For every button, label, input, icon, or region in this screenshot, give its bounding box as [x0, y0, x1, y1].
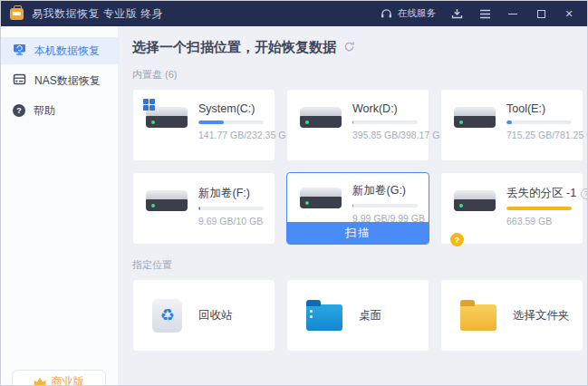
sidebar-item-label: 帮助: [34, 103, 55, 119]
titlebar: 易我数据恢复 专业版 终身 在线服务 ✕: [1, 1, 587, 26]
usage-bar: [352, 204, 418, 207]
usage-bar: [352, 121, 418, 124]
page-title: 选择一个扫描位置，开始恢复数据: [132, 39, 336, 56]
drive-name: 新加卷(G:): [352, 183, 406, 198]
hard-drive-icon: [454, 190, 496, 211]
update-download-icon[interactable]: [449, 6, 464, 21]
hard-drive-icon: [454, 107, 496, 128]
drive-grid: System(C:) 141.77 GB/232.35 GB Work(D:) …: [132, 89, 583, 245]
internal-disks-label: 内置盘 (6): [132, 68, 587, 82]
nas-server-icon: [13, 73, 26, 88]
drive-size: 9.69 GB/10 GB: [198, 216, 264, 227]
maximize-button[interactable]: [534, 6, 548, 21]
drive-size: 395.85 GB/398.17 GB: [352, 130, 418, 140]
main-content: 选择一个扫描位置，开始恢复数据 内置盘 (6) System(C:) 141.7…: [119, 26, 587, 386]
drive-size: 663.59 GB: [506, 216, 572, 227]
sidebar-item-local-recovery[interactable]: 本机数据恢复: [1, 37, 118, 64]
crown-icon: [34, 378, 46, 386]
location-label: 选择文件夹: [513, 308, 570, 323]
select-folder-icon: [460, 304, 496, 331]
online-service-button[interactable]: 在线服务: [379, 6, 436, 21]
windows-logo-icon: [143, 99, 155, 111]
drive-size: 141.77 GB/232.35 GB: [198, 130, 264, 140]
upgrade-business-button[interactable]: 商业版: [12, 370, 106, 386]
usage-bar: [506, 207, 572, 210]
drive-name: System(C:): [198, 102, 255, 115]
drive-name: Work(D:): [352, 102, 398, 115]
recycle-bin-icon: ♻: [152, 299, 182, 333]
usage-bar: [506, 121, 572, 124]
hard-drive-icon: [300, 188, 342, 208]
online-service-label: 在线服务: [398, 7, 436, 20]
location-card-select-folder[interactable]: 选择文件夹: [440, 279, 583, 352]
sidebar-item-label: 本机数据恢复: [34, 43, 100, 59]
usage-bar: [198, 121, 264, 124]
headset-icon: [379, 6, 393, 21]
drive-size: 715.25 GB/781.25 GB: [506, 130, 572, 140]
app-logo-icon: [10, 8, 24, 20]
close-button[interactable]: ✕: [562, 6, 576, 21]
drive-name: Tool(E:): [506, 102, 545, 115]
sidebar-item-nas-recovery[interactable]: NAS数据恢复: [1, 67, 118, 94]
menu-icon[interactable]: [477, 6, 492, 21]
location-label: 回收站: [198, 308, 233, 323]
specify-location-label: 指定位置: [132, 258, 587, 272]
sidebar-item-label: NAS数据恢复: [34, 73, 101, 89]
sidebar: 本机数据恢复 NAS数据恢复 ? 帮助 商业版: [1, 26, 119, 386]
drive-card-tool-e[interactable]: Tool(E:) 715.25 GB/781.25 GB: [440, 89, 583, 161]
location-grid: ♻ 回收站 桌面 选择文件夹: [132, 279, 583, 352]
drive-name: 丢失的分区 -1: [506, 186, 576, 201]
minimize-button[interactable]: [506, 6, 520, 21]
hard-drive-icon: [300, 107, 342, 128]
computer-recovery-icon: [13, 43, 26, 58]
drive-card-new-volume-f[interactable]: 新加卷(F:) 9.69 GB/10 GB: [132, 172, 275, 245]
drive-name: 新加卷(F:): [198, 186, 250, 201]
location-card-desktop[interactable]: 桌面: [286, 279, 429, 352]
sidebar-item-help[interactable]: ? 帮助: [1, 97, 118, 124]
lost-partition-badge-icon: ?: [450, 233, 464, 246]
drive-card-lost-partition[interactable]: ? 丢失的分区 -1 ? 663.59 GB: [440, 172, 583, 245]
drive-card-system-c[interactable]: System(C:) 141.77 GB/232.35 GB: [132, 89, 275, 161]
desktop-folder-icon: [306, 304, 342, 331]
info-question-icon[interactable]: ?: [581, 188, 588, 199]
usage-bar: [198, 207, 264, 210]
hard-drive-icon: [146, 190, 188, 211]
drive-card-new-volume-g-selected[interactable]: 新加卷(G:) 9.99 GB/9.99 GB 扫描: [286, 172, 429, 245]
location-card-recycle-bin[interactable]: ♻ 回收站: [132, 279, 275, 352]
app-title: 易我数据恢复 专业版 终身: [32, 6, 163, 22]
refresh-icon[interactable]: [343, 40, 355, 56]
drive-card-work-d[interactable]: Work(D:) 395.85 GB/398.17 GB: [286, 89, 429, 161]
scan-button[interactable]: 扫描: [287, 222, 429, 244]
help-icon: ?: [13, 104, 25, 117]
location-label: 桌面: [359, 308, 381, 323]
upgrade-label: 商业版: [52, 374, 84, 386]
